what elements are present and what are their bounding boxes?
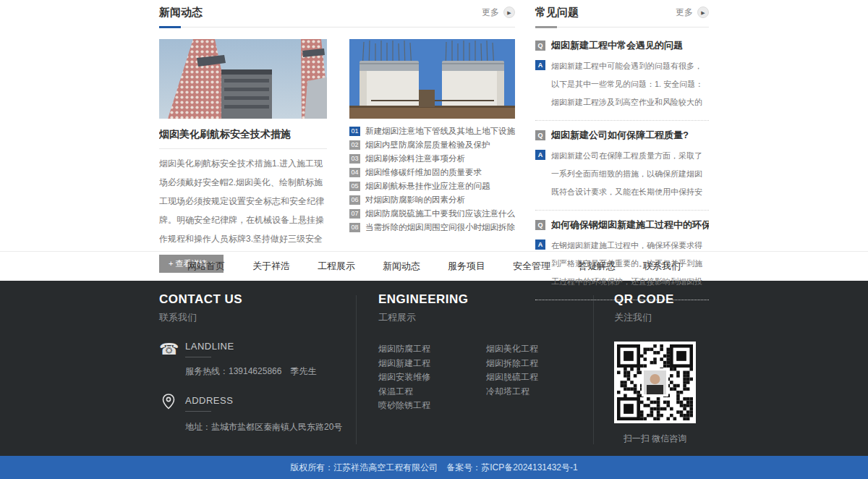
- landline-label: LANDLINE: [185, 341, 234, 352]
- address-block: ADDRESS 地址：盐城市盐都区秦南镇人民东路20号: [159, 393, 356, 433]
- footer-link-cooling-tower[interactable]: 冷却塔工程: [486, 386, 594, 400]
- faq-answer-text: 烟囱新建公司在保障工程质量方面，采取了一系列全面而细致的措施，以确保所建烟囱既符…: [551, 147, 709, 201]
- news-item-title: 烟囱刷航标悬挂作业应注意的问题: [365, 181, 490, 192]
- footer-qr-column: QR CODE 关注我们 扫一扫 微信咨询: [594, 292, 709, 456]
- footer-link-sandblasting[interactable]: 喷砂除锈工程: [378, 399, 486, 414]
- footer-link-install-repair[interactable]: 烟囱安装维修: [378, 371, 486, 386]
- faq-item: Q 如何确保钢烟囱新建施工过程中的环保要求? A 在钢烟囱新建施工过程中，确保环…: [535, 219, 709, 300]
- featured-article-image[interactable]: [159, 39, 327, 119]
- arrow-right-icon: ▶: [697, 7, 709, 18]
- qr-caption: 扫一扫 微信咨询: [614, 433, 696, 445]
- news-item[interactable]: 07烟囱防腐脱硫施工中要我们应该注意什么: [349, 207, 515, 221]
- faq-question-text: 如何确保钢烟囱新建施工过程中的环保要求?: [551, 219, 709, 232]
- answer-icon: A: [535, 150, 545, 160]
- nav-item-services[interactable]: 服务项目: [448, 260, 485, 273]
- news-section-underline: [159, 26, 515, 28]
- arrow-right-icon: ▶: [503, 7, 515, 18]
- landline-underline: [185, 357, 211, 357]
- news-item-title: 当需拆除的烟囱周围空间很小时烟囱拆除施工该如...: [365, 222, 515, 233]
- landline-block: ☎ LANDLINE 服务热线：13914625866 季先生: [159, 341, 356, 378]
- nav-item-home[interactable]: 网站首页: [187, 260, 225, 273]
- nav-item-safety[interactable]: 安全管理: [513, 260, 550, 273]
- footer: CONTACT US 联系我们 ☎ LANDLINE 服务热线：13914625…: [0, 281, 868, 456]
- nav-item-about[interactable]: 关于祥浩: [252, 260, 290, 273]
- news-item[interactable]: 06对烟囱防腐影响的因素分析: [349, 193, 515, 207]
- footer-link-desulfurization[interactable]: 烟囱脱硫工程: [486, 371, 594, 386]
- footer-engineering-column: ENGINEERING 工程展示 烟囱防腐工程 烟囱新建工程 烟囱安装维修 保温…: [357, 292, 593, 456]
- faq-answer: A 烟囱新建工程中可能会遇到的问题有很多，以下是其中一些常见的问题：1. 安全问…: [535, 57, 709, 111]
- contact-subheading: 联系我们: [159, 311, 356, 324]
- engineering-links: 烟囱防腐工程 烟囱新建工程 烟囱安装维修 保温工程 喷砂除锈工程 烟囱美化工程 …: [378, 343, 593, 414]
- footer-link-beautification[interactable]: 烟囱美化工程: [486, 343, 594, 357]
- news-item-number: 02: [349, 140, 360, 150]
- news-items-list: 01新建烟囱注意地下管线及其地上地下设施的加固措施 02烟囱内壁防腐涂层质量检验…: [349, 124, 515, 234]
- footer-link-anticorrosion[interactable]: 烟囱防腐工程: [378, 343, 486, 357]
- copyright-text: 版权所有：江苏祥浩高空工程有限公司 备案号：苏ICP备2024131432号-1: [290, 462, 577, 474]
- news-more-link[interactable]: 更多 ▶: [482, 7, 515, 19]
- phone-number-text: 服务热线：13914625866 季先生: [185, 365, 356, 378]
- qr-heading: QR CODE: [614, 292, 709, 307]
- phone-icon: ☎: [159, 342, 178, 357]
- news-item[interactable]: 01新建烟囱注意地下管线及其地上地下设施的加固措施: [349, 124, 515, 138]
- news-item-title: 烟囱维修碳纤维加固的质量要求: [365, 167, 482, 178]
- question-icon: Q: [535, 220, 545, 230]
- faq-answer: A 烟囱新建公司在保障工程质量方面，采取了一系列全面而细致的措施，以确保所建烟囱…: [535, 147, 709, 201]
- news-list-image[interactable]: [349, 39, 515, 119]
- news-item-title: 烟囱刷标涂料注意事项分析: [365, 153, 465, 164]
- chimney-construction-illustration: [349, 39, 515, 119]
- news-item[interactable]: 08当需拆除的烟囱周围空间很小时烟囱拆除施工该如...: [349, 221, 515, 234]
- news-item[interactable]: 02烟囱内壁防腐涂层质量检验及保护: [349, 138, 515, 152]
- nav-item-projects[interactable]: 工程展示: [318, 260, 355, 273]
- question-icon: Q: [535, 130, 545, 140]
- news-item-title: 烟囱内壁防腐涂层质量检验及保护: [365, 140, 490, 151]
- faq-more-label: 更多: [676, 7, 693, 19]
- news-section-title: 新闻动态: [159, 6, 203, 20]
- qr-subheading: 关注我们: [614, 311, 709, 324]
- news-item[interactable]: 04烟囱维修碳纤维加固的质量要求: [349, 166, 515, 179]
- featured-divider: [159, 148, 327, 149]
- nav-item-faq[interactable]: 答疑解惑: [578, 260, 616, 273]
- faq-question[interactable]: Q 烟囱新建工程中常会遇见的问题: [535, 39, 709, 52]
- page: 新闻动态 更多 ▶: [0, 0, 868, 479]
- news-item-number: 03: [349, 154, 360, 164]
- answer-icon: A: [535, 60, 545, 70]
- news-item-title: 新建烟囱注意地下管线及其地上地下设施的加固措施: [365, 126, 515, 137]
- footer-link-new-build[interactable]: 烟囱新建工程: [378, 357, 486, 372]
- news-item[interactable]: 03烟囱刷标涂料注意事项分析: [349, 152, 515, 166]
- news-item-number: 07: [349, 209, 360, 219]
- footer-link-demolition[interactable]: 烟囱拆除工程: [486, 357, 594, 372]
- nav-item-contact[interactable]: 联系我们: [643, 260, 681, 273]
- news-item-number: 06: [349, 195, 360, 205]
- news-item-title: 烟囱防腐脱硫施工中要我们应该注意什么: [365, 208, 515, 219]
- faq-more-link[interactable]: 更多 ▶: [676, 7, 709, 19]
- footer-contact-column: CONTACT US 联系我们 ☎ LANDLINE 服务热线：13914625…: [159, 292, 356, 456]
- news-item-number: 04: [349, 168, 360, 177]
- faq-section: 常见问题 更多 ▶ Q 烟囱新建工程中常会遇见的问题 A 烟囱新建工程中可能会遇…: [535, 4, 709, 251]
- faq-question-text: 烟囱新建工程中常会遇见的问题: [551, 39, 683, 52]
- footer-link-insulation[interactable]: 保温工程: [378, 386, 486, 400]
- news-item-number: 05: [349, 182, 360, 191]
- faq-question-text: 烟囱新建公司如何保障工程质量?: [551, 129, 689, 142]
- nav-item-news[interactable]: 新闻动态: [383, 260, 420, 273]
- faq-question[interactable]: Q 如何确保钢烟囱新建施工过程中的环保要求?: [535, 219, 709, 232]
- address-underline: [185, 411, 211, 412]
- address-label: ADDRESS: [185, 395, 233, 406]
- news-list-column: 01新建烟囱注意地下管线及其地上地下设施的加固措施 02烟囱内壁防腐涂层质量检验…: [349, 39, 515, 273]
- answer-icon: A: [535, 240, 545, 250]
- location-pin-icon: [159, 393, 178, 413]
- faq-answer: A 在钢烟囱新建施工过程中，确保环保要求得到严格遵守是至关重要的。这不仅关乎到施…: [535, 237, 709, 291]
- faq-section-title: 常见问题: [535, 6, 579, 20]
- faq-item: Q 烟囱新建工程中常会遇见的问题 A 烟囱新建工程中可能会遇到的问题有很多，以下…: [535, 39, 709, 121]
- address-text: 地址：盐城市盐都区秦南镇人民东路20号: [185, 421, 356, 433]
- news-item[interactable]: 05烟囱刷航标悬挂作业应注意的问题: [349, 179, 515, 193]
- news-more-label: 更多: [482, 7, 499, 19]
- featured-article-excerpt: 烟囱美化刷航标安全技术措施1.进入施工现场必须戴好安全帽2.烟囱美化、绘制航标施…: [159, 154, 327, 249]
- featured-article-title[interactable]: 烟囱美化刷航标安全技术措施: [159, 128, 327, 141]
- question-icon: Q: [535, 41, 545, 51]
- copyright-bar: 版权所有：江苏祥浩高空工程有限公司 备案号：苏ICP备2024131432号-1: [0, 456, 868, 479]
- qr-code-image: [614, 342, 696, 423]
- faq-question[interactable]: Q 烟囱新建公司如何保障工程质量?: [535, 129, 709, 142]
- decorated-chimneys-illustration: [159, 39, 327, 119]
- news-item-title: 对烟囱防腐影响的因素分析: [365, 195, 465, 205]
- engineering-subheading: 工程展示: [378, 311, 593, 324]
